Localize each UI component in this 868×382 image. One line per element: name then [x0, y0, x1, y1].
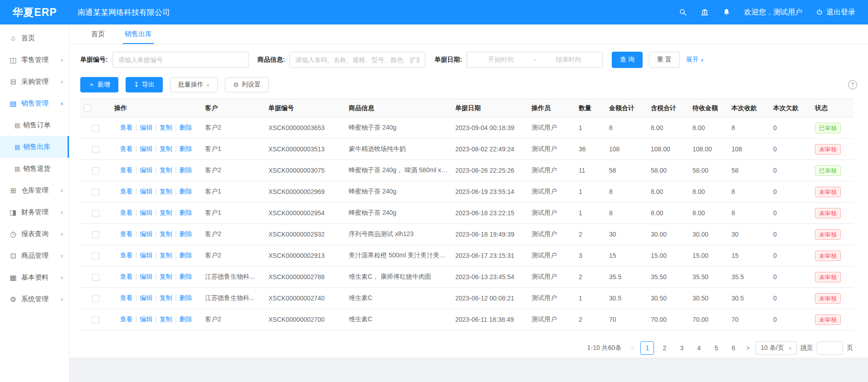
bell-icon[interactable] — [722, 8, 731, 16]
row-action-edit[interactable]: 编辑 — [140, 315, 152, 323]
sidebar-subitem[interactable]: ▤销售订单 — [0, 114, 69, 136]
row-action-view[interactable]: 查看 — [120, 294, 133, 301]
row-action-edit[interactable]: 编辑 — [140, 166, 152, 174]
row-action-edit[interactable]: 编辑 — [140, 209, 152, 216]
row-action-edit[interactable]: 编辑 — [140, 294, 152, 301]
batch-ops-button[interactable]: 批量操作 ∨ — [170, 77, 218, 92]
row-action-delete[interactable]: 删除 — [179, 188, 192, 195]
cell-status: 已审核 — [811, 160, 853, 181]
row-action-delete[interactable]: 删除 — [179, 209, 192, 216]
page-button-3[interactable]: 3 — [675, 341, 688, 355]
column-header: 商品信息 — [345, 99, 452, 117]
jump-page-input[interactable] — [817, 341, 843, 355]
sidebar-item-basic[interactable]: ▦基本资料∨ — [0, 266, 69, 288]
chevron-down-icon: ∨ — [60, 58, 63, 63]
row-action-edit[interactable]: 编辑 — [140, 188, 152, 195]
sidebar-item-retail[interactable]: ◫零售管理∨ — [0, 49, 69, 71]
sidebar-item-purchase[interactable]: ⊟采购管理∨ — [0, 71, 69, 92]
row-action-delete[interactable]: 删除 — [179, 145, 192, 152]
sidebar-item-system[interactable]: ⚙系统管理∨ — [0, 288, 69, 310]
row-action-copy[interactable]: 复制 — [160, 209, 172, 216]
page-button-6[interactable]: 6 — [727, 341, 740, 355]
row-action-copy[interactable]: 复制 — [160, 294, 172, 301]
expand-link[interactable]: 展开 ∨ — [686, 56, 704, 64]
goods-info-input[interactable] — [289, 52, 425, 68]
sidebar-item-sales[interactable]: ▤销售管理∧ — [0, 92, 69, 114]
row-action-copy[interactable]: 复制 — [160, 166, 172, 174]
row-checkbox[interactable] — [92, 167, 99, 174]
sidebar-item-goods[interactable]: ⊡商品管理∨ — [0, 245, 69, 266]
row-action-delete[interactable]: 删除 — [179, 230, 192, 237]
row-action-view[interactable]: 查看 — [120, 230, 133, 237]
date-range-input[interactable]: 开始时间 ~ 结束时间 — [467, 52, 603, 68]
prev-page-button[interactable]: < — [629, 341, 637, 355]
add-button[interactable]: ＋ 新增 — [80, 77, 118, 92]
row-checkbox[interactable] — [92, 316, 99, 324]
export-button[interactable]: ↧ 导出 — [126, 77, 163, 92]
cell-receivable: 8.00 — [689, 203, 728, 224]
cell-amount-total: 8 — [605, 203, 647, 224]
page-button-5[interactable]: 5 — [709, 341, 723, 355]
row-checkbox[interactable] — [92, 252, 99, 260]
row-checkbox[interactable] — [92, 210, 99, 217]
row-action-view[interactable]: 查看 — [120, 188, 133, 195]
sidebar-subitem[interactable]: ▤销售退货 — [0, 158, 69, 179]
select-all-checkbox[interactable] — [84, 105, 91, 112]
row-action-delete[interactable]: 删除 — [179, 166, 192, 174]
tab[interactable]: 首页 — [89, 24, 107, 44]
row-action-delete[interactable]: 删除 — [179, 273, 192, 280]
row-action-copy[interactable]: 复制 — [160, 273, 172, 280]
row-action-view[interactable]: 查看 — [120, 124, 133, 131]
row-action-copy[interactable]: 复制 — [160, 124, 172, 131]
row-action-view[interactable]: 查看 — [120, 251, 133, 259]
sidebar-subitem[interactable]: ▤销售出库 — [0, 136, 69, 158]
sidebar-item-report[interactable]: ◷报表查询∨ — [0, 223, 69, 245]
tab[interactable]: 销售出库 — [123, 24, 154, 44]
page-size-select[interactable]: 10 条/页 ∨ — [756, 341, 797, 355]
row-action-edit[interactable]: 编辑 — [140, 230, 152, 237]
page-button-4[interactable]: 4 — [692, 341, 706, 355]
row-action-edit[interactable]: 编辑 — [140, 273, 152, 280]
sidebar-item-finance[interactable]: ◨财务管理∨ — [0, 201, 69, 223]
row-action-view[interactable]: 查看 — [120, 166, 133, 174]
page-button-1[interactable]: 1 — [640, 341, 654, 355]
row-checkbox[interactable] — [92, 231, 99, 238]
bank-icon[interactable] — [701, 8, 709, 16]
next-page-button[interactable]: > — [744, 341, 752, 355]
bill-no-input[interactable] — [112, 52, 249, 68]
sidebar-item-home[interactable]: ⌂首页 — [0, 27, 69, 49]
row-checkbox[interactable] — [92, 146, 99, 153]
row-action-copy[interactable]: 复制 — [160, 315, 172, 323]
row-action-delete[interactable]: 删除 — [179, 315, 192, 323]
row-action-edit[interactable]: 编辑 — [140, 251, 152, 259]
row-checkbox[interactable] — [92, 274, 99, 281]
reset-button[interactable]: 重 置 — [649, 52, 680, 68]
search-button[interactable]: 查 询 — [612, 52, 643, 68]
row-action-delete[interactable]: 删除 — [179, 294, 192, 301]
logout-button[interactable]: 退出登录 — [816, 8, 855, 17]
row-action-edit[interactable]: 编辑 — [140, 145, 152, 152]
row-checkbox[interactable] — [92, 295, 99, 302]
row-action-copy[interactable]: 复制 — [160, 251, 172, 259]
column-settings-button[interactable]: ⚙ 列设置 — [225, 77, 269, 92]
row-action-view[interactable]: 查看 — [120, 273, 133, 280]
row-action-delete[interactable]: 删除 — [179, 124, 192, 131]
row-action-view[interactable]: 查看 — [120, 145, 133, 152]
row-action-copy[interactable]: 复制 — [160, 145, 172, 152]
help-icon[interactable]: ? — [848, 80, 857, 89]
row-checkbox[interactable] — [92, 189, 99, 196]
sidebar-item-warehouse[interactable]: ⊞仓库管理∨ — [0, 179, 69, 201]
row-checkbox[interactable] — [92, 125, 99, 132]
cell-qty: 3 — [575, 245, 605, 266]
search-icon[interactable] — [679, 8, 687, 16]
row-action-view[interactable]: 查看 — [120, 209, 133, 216]
row-action-copy[interactable]: 复制 — [160, 230, 172, 237]
row-action-edit[interactable]: 编辑 — [140, 124, 152, 131]
row-action-copy[interactable]: 复制 — [160, 188, 172, 195]
action-separator: | — [155, 315, 157, 323]
action-separator: | — [136, 230, 137, 237]
cell-received: 8 — [728, 117, 770, 139]
page-button-2[interactable]: 2 — [658, 341, 671, 355]
row-action-view[interactable]: 查看 — [120, 315, 133, 323]
row-action-delete[interactable]: 删除 — [179, 251, 192, 259]
